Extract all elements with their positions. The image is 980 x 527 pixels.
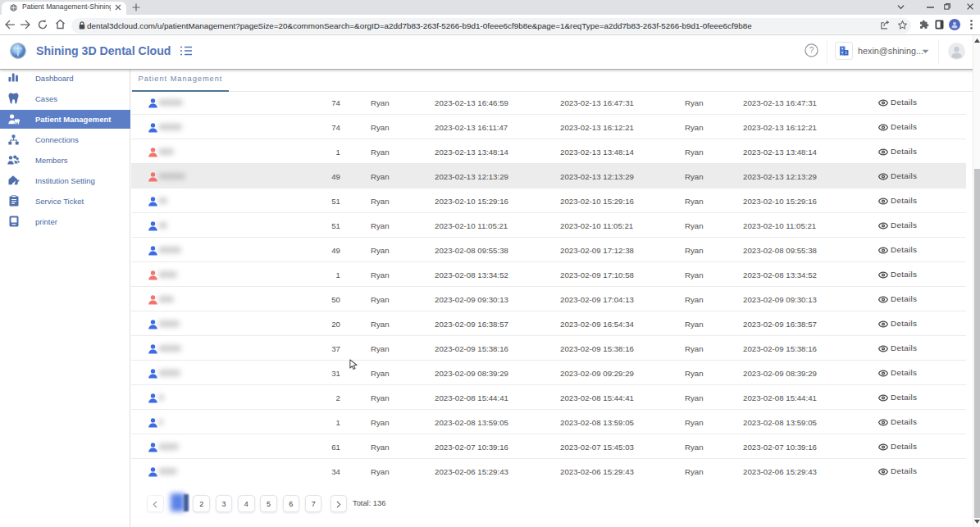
- svg-text:?: ?: [809, 46, 814, 55]
